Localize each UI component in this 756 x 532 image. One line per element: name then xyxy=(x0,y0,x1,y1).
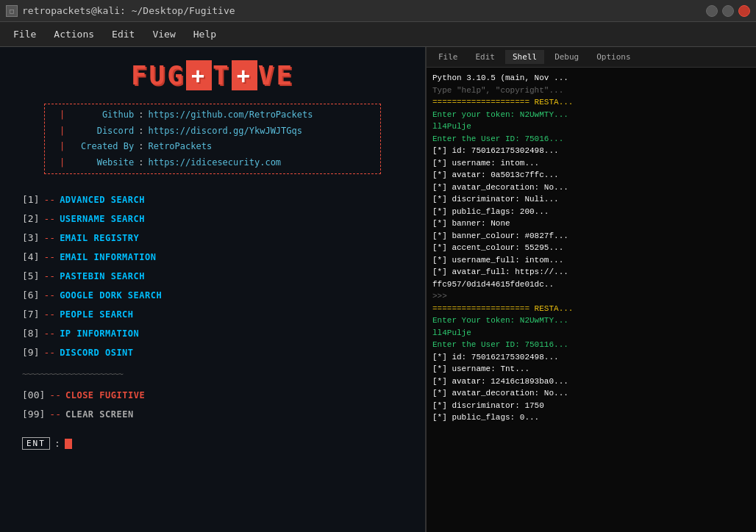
term-line: [*] avatar_decoration: No... xyxy=(432,181,750,194)
option-6[interactable]: [6] -- GOOGLE DORK SEARCH xyxy=(22,286,403,305)
info-label-created: Created By xyxy=(68,139,134,155)
option-8[interactable]: [8] -- IP INFORMATION xyxy=(22,324,403,343)
term-line: Enter your token: N2UwMTY... xyxy=(432,109,750,121)
app-logo: F U G + T + V E xyxy=(131,60,294,90)
term-line: ==================== RESTA... xyxy=(432,96,750,109)
info-row-github: | Github : https://github.com/RetroPacke… xyxy=(60,107,365,123)
cursor xyxy=(65,439,72,449)
menu-actions[interactable]: Actions xyxy=(46,26,101,43)
info-row-created: | Created By : RetroPackets xyxy=(60,139,365,155)
term-line: [*] discriminator: Nuli... xyxy=(432,193,750,206)
term-line: [*] avatar: 12416c1893ba0... xyxy=(432,375,750,388)
tab-shell[interactable]: Shell xyxy=(505,50,544,64)
menu-bar: File Actions Edit View Help xyxy=(0,22,756,47)
term-line: [*] banner: None xyxy=(432,218,750,230)
term-line: [*] avatar_full: https://... xyxy=(432,266,750,278)
main-area: F U G + T + V E | Github : https://githu… xyxy=(0,47,756,532)
term-line: Type "help", "copyright"... xyxy=(432,85,750,97)
term-line: >>> xyxy=(432,290,750,303)
menu-options: [1] -- ADVANCED SEARCH [2] -- USERNAME S… xyxy=(0,180,425,424)
term-line: Enter the User ID: 75016... xyxy=(432,133,750,145)
term-line: [*] banner_colour: #0827f... xyxy=(432,230,750,242)
terminal-content[interactable]: Python 3.10.5 (main, Nov ... Type "help"… xyxy=(427,68,756,532)
term-line: [*] discriminator: 1750 xyxy=(432,400,750,412)
option-2[interactable]: [2] -- USERNAME SEARCH xyxy=(22,209,403,229)
option-99[interactable]: [99] -- CLEAR SCREEN xyxy=(22,405,403,424)
term-line: Python 3.10.5 (main, Nov ... xyxy=(432,72,750,85)
info-val-github: https://github.com/RetroPackets xyxy=(148,107,313,123)
menu-file[interactable]: File xyxy=(6,26,43,43)
terminal-tabbar: File Edit Shell Debug Options xyxy=(427,47,756,68)
term-line: [*] public_flags: 0... xyxy=(432,411,750,424)
info-box: | Github : https://github.com/RetroPacke… xyxy=(44,104,381,174)
info-label-github: Github xyxy=(68,107,134,123)
term-line: Enter Your token: N2UwMTY... xyxy=(432,314,750,327)
term-line: ll4Pulje xyxy=(432,121,750,133)
option-9[interactable]: [9] -- DISCORD OSINT xyxy=(22,343,403,362)
minimize-button[interactable] xyxy=(706,5,718,17)
term-line: [*] id: 750162175302498... xyxy=(432,351,750,364)
term-line: [*] public_flags: 200... xyxy=(432,206,750,218)
term-line: ffc957/0d1d44615fde01dc.. xyxy=(432,278,750,291)
term-line: [*] username: intom... xyxy=(432,157,750,170)
window-controls xyxy=(706,5,750,17)
term-line: [*] username: Tnt... xyxy=(432,363,750,375)
ent-prompt: ENT : xyxy=(0,437,425,450)
term-line: ll4Pulje xyxy=(432,327,750,339)
option-4[interactable]: [4] -- EMAIL INFORMATION xyxy=(22,248,403,267)
ent-colon: : xyxy=(54,438,60,449)
title-bar: □ retropackets@kali: ~/Desktop/Fugitive xyxy=(0,0,756,22)
right-panel: File Edit Shell Debug Options Python 3.1… xyxy=(427,47,756,532)
info-val-discord: https://discord.gg/YkwJWJTGqs xyxy=(148,123,302,140)
logo-section: F U G + T + V E xyxy=(0,47,425,98)
ent-label: ENT xyxy=(22,437,50,450)
term-line: [*] accent_colour: 55295... xyxy=(432,242,750,254)
term-line: [*] username_full: intom... xyxy=(432,254,750,267)
menu-edit[interactable]: Edit xyxy=(104,26,142,43)
term-line: Enter the User ID: 750116... xyxy=(432,339,750,351)
option-1[interactable]: [1] -- ADVANCED SEARCH xyxy=(22,190,403,209)
menu-view[interactable]: View xyxy=(145,26,182,43)
menu-help[interactable]: Help xyxy=(186,26,224,43)
window-icon: □ xyxy=(6,5,18,17)
option-3[interactable]: [3] -- EMAIL REGISTRY xyxy=(22,229,403,248)
info-val-website: https://idicesecurity.com xyxy=(148,155,281,171)
info-row-website: | Website : https://idicesecurity.com xyxy=(60,155,365,171)
window-title: retropackets@kali: ~/Desktop/Fugitive xyxy=(22,5,235,16)
info-row-discord: | Discord : https://discord.gg/YkwJWJTGq… xyxy=(60,123,365,140)
tab-debug[interactable]: Debug xyxy=(547,50,586,64)
term-line: [*] avatar_decoration: No... xyxy=(432,387,750,400)
tab-file[interactable]: File xyxy=(431,50,466,64)
option-5[interactable]: [5] -- PASTEBIN SEARCH xyxy=(22,267,403,286)
left-panel: F U G + T + V E | Github : https://githu… xyxy=(0,47,427,532)
info-label-website: Website xyxy=(68,155,134,171)
term-line: [*] avatar: 0a5013c7ffc... xyxy=(432,169,750,181)
term-line: ==================== RESTA... xyxy=(432,303,750,315)
tab-edit[interactable]: Edit xyxy=(468,50,503,64)
tab-options[interactable]: Options xyxy=(589,50,638,64)
maximize-button[interactable] xyxy=(722,5,734,17)
close-button[interactable] xyxy=(738,5,750,17)
term-line: [*] id: 750162175302498... xyxy=(432,145,750,157)
option-00[interactable]: [00] -- CLOSE FUGITIVE xyxy=(22,386,403,405)
option-7[interactable]: [7] -- PEOPLE SEARCH xyxy=(22,305,403,324)
info-label-discord: Discord xyxy=(68,123,134,140)
info-val-created: RetroPackets xyxy=(148,139,212,155)
separator: ~~~~~~~~~~~~~~~~~~~~~~ xyxy=(22,365,403,383)
title-bar-left: □ retropackets@kali: ~/Desktop/Fugitive xyxy=(6,5,235,17)
